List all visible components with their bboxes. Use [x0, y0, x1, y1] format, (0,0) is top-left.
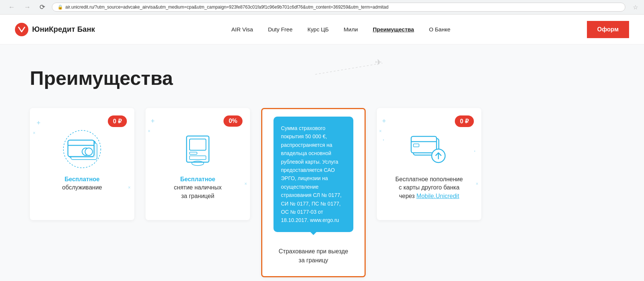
nav-air-visa[interactable]: AIR Visa: [231, 26, 253, 33]
svg-rect-13: [190, 152, 197, 154]
reload-button[interactable]: ⟳: [37, 2, 47, 12]
deco-x1: ×: [33, 130, 35, 136]
badge-card1: 0 ₽: [108, 115, 127, 127]
card1-icon: [56, 123, 108, 175]
insurance-link[interactable]: Страхование: [279, 248, 315, 254]
mobile-unicredit-link[interactable]: Mobile.Unicredit: [416, 193, 459, 199]
forward-button[interactable]: →: [22, 3, 33, 12]
card4-icon: [403, 123, 455, 175]
lock-icon: 🔒: [57, 4, 63, 10]
browser-bar: ← → ⟳ 🔒 air.unicredit.ru/?utm_source=adv…: [0, 0, 644, 15]
svg-rect-17: [411, 136, 437, 153]
deco-dot2: •: [474, 149, 475, 153]
svg-point-10: [85, 148, 93, 155]
cards-row: 0 ₽ + × ×: [30, 108, 614, 277]
nav-mili[interactable]: Мили: [344, 26, 358, 33]
logo-text: ЮниКредит Банк: [32, 25, 95, 34]
deco-x5: ×: [379, 129, 382, 134]
nav-duty-free[interactable]: Duty Free: [268, 26, 293, 33]
badge-card2: 0%: [223, 115, 243, 127]
insurance-tooltip: Сумма страхового покрытия 50 000 €, расп…: [273, 117, 353, 232]
deco-x2: ×: [128, 185, 131, 190]
deco-dot1: •: [383, 138, 384, 142]
card3-label: Страхование при выездеза границу: [279, 247, 348, 265]
card4-label: Бесплатное пополнение с карты другого ба…: [396, 175, 463, 200]
svg-rect-14: [190, 156, 206, 160]
main-nav: AIR Visa Duty Free Курс ЦБ Мили Преимуще…: [231, 26, 450, 33]
card-free-service: 0 ₽ + × ×: [30, 108, 134, 220]
bookmark-button[interactable]: ☆: [633, 4, 638, 11]
badge-card4: 0 ₽: [455, 115, 474, 127]
nav-preimuschestva[interactable]: Преимущества: [373, 26, 414, 33]
nav-o-banke[interactable]: О Банке: [429, 26, 450, 33]
url-text: air.unicredit.ru/?utm_source=advcake_air…: [65, 4, 388, 10]
svg-rect-12: [190, 139, 206, 150]
deco-x4: ×: [244, 181, 247, 186]
card-topup: 0 ₽ + × × • • Бе: [377, 108, 481, 220]
card1-label: Бесплатное обслуживание: [62, 175, 102, 192]
card-insurance: Сумма страхового покрытия 50 000 €, расп…: [261, 108, 366, 277]
card-free-cash: 0% + × × Бесплатн: [146, 108, 250, 220]
svg-point-0: [15, 23, 28, 36]
nav-kurs-cb[interactable]: Курс ЦБ: [307, 26, 329, 33]
logo-icon: [15, 23, 28, 36]
deco-plus2: +: [151, 117, 155, 125]
main-content: ✈ Преимущества 0 ₽ + × ×: [0, 44, 644, 281]
logo-area[interactable]: ЮниКредит Банк: [15, 23, 95, 36]
deco-x3: ×: [148, 129, 150, 134]
address-bar[interactable]: 🔒 air.unicredit.ru/?utm_source=advcake_a…: [52, 3, 625, 12]
deco-plus1: +: [37, 119, 41, 127]
deco-x6: ×: [476, 181, 478, 186]
card2-label: Бесплатное снятие наличныхза границей: [174, 175, 222, 200]
card2-icon: [172, 123, 224, 175]
svg-text:✈: ✈: [375, 59, 382, 67]
back-button[interactable]: ←: [6, 3, 17, 12]
deco-plus3: +: [382, 117, 386, 125]
airplane-decoration: ✈: [315, 59, 382, 84]
site-header: ЮниКредит Банк AIR Visa Duty Free Курс Ц…: [0, 15, 644, 44]
oform-button[interactable]: Оформ: [587, 21, 629, 38]
